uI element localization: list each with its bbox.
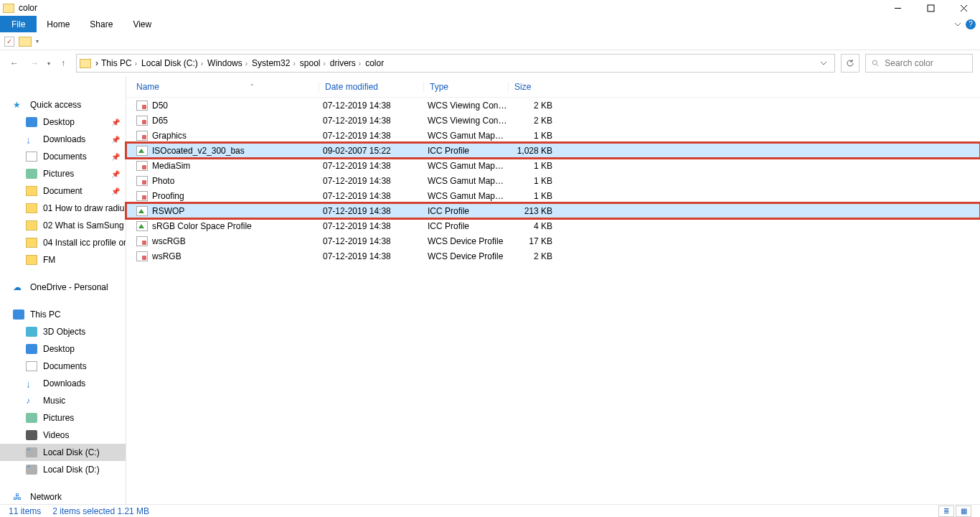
sidebar-item-folder[interactable]: 02 What is SamSung c xyxy=(0,217,126,234)
file-size: 2 KB xyxy=(508,101,555,111)
file-type: WCS Gamut Map… xyxy=(423,176,508,186)
pin-icon: 📌 xyxy=(111,187,120,195)
downloads-icon xyxy=(26,378,37,388)
breadcrumb: This PC› xyxy=(100,58,138,68)
file-size: 2 KB xyxy=(508,116,555,126)
window-title: color xyxy=(19,3,37,13)
file-name: D50 xyxy=(152,101,319,111)
folder-icon xyxy=(26,238,37,248)
file-size: 213 KB xyxy=(508,206,555,216)
sidebar-item-local-disk-c[interactable]: Local Disk (C:) xyxy=(0,444,126,461)
file-size: 1 KB xyxy=(508,176,555,186)
sidebar-item-pictures2[interactable]: Pictures xyxy=(0,409,126,427)
column-name[interactable]: Name˄ xyxy=(136,82,319,92)
file-date: 09-02-2007 15:22 xyxy=(319,146,423,156)
status-bar: 11 items 2 items selected 1.21 MB ≣ ▦ xyxy=(0,504,980,517)
file-row[interactable]: ISOcoated_v2_300_bas09-02-2007 15:22ICC … xyxy=(126,143,980,158)
drive-icon xyxy=(26,465,37,475)
file-date: 07-12-2019 14:38 xyxy=(319,116,423,126)
history-dropdown-icon[interactable]: ▾ xyxy=(47,60,50,67)
minimize-button[interactable] xyxy=(881,0,914,16)
drive-icon xyxy=(26,447,37,457)
file-type: ICC Profile xyxy=(423,206,508,216)
close-button[interactable] xyxy=(947,0,980,16)
search-input[interactable] xyxy=(885,58,966,68)
sidebar-quick-access[interactable]: ★ Quick access xyxy=(0,96,126,113)
file-icon xyxy=(136,191,148,201)
view-large-icons-button[interactable]: ▦ xyxy=(956,506,971,517)
ribbon-file-tab[interactable]: File xyxy=(0,16,37,32)
file-row[interactable]: sRGB Color Space Profile07-12-2019 14:38… xyxy=(126,218,980,233)
sidebar-network[interactable]: 🖧Network xyxy=(0,488,126,504)
sidebar-item-desktop[interactable]: Desktop📌 xyxy=(0,113,126,131)
file-name: Graphics xyxy=(152,131,319,141)
file-row[interactable]: Graphics07-12-2019 14:38WCS Gamut Map…1 … xyxy=(126,128,980,143)
file-icon xyxy=(136,206,148,216)
ribbon-collapse-icon[interactable] xyxy=(954,21,961,28)
svg-point-4 xyxy=(872,60,877,65)
3d-icon xyxy=(26,327,37,337)
ribbon-share-tab[interactable]: Share xyxy=(80,16,123,32)
file-name: ISOcoated_v2_300_bas xyxy=(152,146,319,156)
file-type: ICC Profile xyxy=(423,146,508,156)
back-button[interactable]: ← xyxy=(7,56,22,70)
sidebar-this-pc[interactable]: This PC xyxy=(0,306,126,323)
file-row[interactable]: RSWOP07-12-2019 14:38ICC Profile213 KB xyxy=(126,203,980,218)
address-folder-icon xyxy=(80,59,91,68)
sidebar-item-music[interactable]: Music xyxy=(0,392,126,409)
search-box[interactable] xyxy=(865,54,973,73)
column-date[interactable]: Date modified xyxy=(319,82,423,92)
sidebar-item-folder[interactable]: 04 Install icc profile or xyxy=(0,234,126,251)
view-details-button[interactable]: ≣ xyxy=(938,506,954,517)
pictures-icon xyxy=(26,413,37,423)
sidebar-item-document[interactable]: Document📌 xyxy=(0,182,126,200)
sidebar-item-folder[interactable]: 01 How to draw radius xyxy=(0,200,126,217)
sidebar-item-downloads[interactable]: Downloads📌 xyxy=(0,131,126,148)
file-size: 4 KB xyxy=(508,221,555,231)
breadcrumb: color xyxy=(364,58,385,68)
address-bar[interactable]: › This PC› Local Disk (C:)› Windows› Sys… xyxy=(76,54,835,73)
column-type[interactable]: Type xyxy=(423,82,508,92)
up-button[interactable]: ↑ xyxy=(56,56,70,70)
file-row[interactable]: D5007-12-2019 14:38WCS Viewing Con…2 KB xyxy=(126,98,980,113)
file-row[interactable]: wscRGB07-12-2019 14:38WCS Device Profile… xyxy=(126,233,980,248)
pin-icon: 📌 xyxy=(111,170,120,178)
documents-icon xyxy=(26,361,37,371)
file-row[interactable]: Photo07-12-2019 14:38WCS Gamut Map…1 KB xyxy=(126,173,980,188)
refresh-button[interactable] xyxy=(841,54,859,73)
sidebar-onedrive[interactable]: ☁OneDrive - Personal xyxy=(0,279,126,296)
sidebar-item-local-disk-d[interactable]: Local Disk (D:) xyxy=(0,461,126,478)
documents-icon xyxy=(26,152,37,162)
window-controls xyxy=(881,0,980,16)
file-row[interactable]: D6507-12-2019 14:38WCS Viewing Con…2 KB xyxy=(126,113,980,128)
sidebar-item-3d-objects[interactable]: 3D Objects xyxy=(0,323,126,340)
ribbon-view-tab[interactable]: View xyxy=(123,16,161,32)
address-dropdown-icon[interactable] xyxy=(820,60,827,67)
file-size: 1 KB xyxy=(508,161,555,171)
cloud-icon: ☁ xyxy=(13,282,24,292)
qat-properties-icon[interactable]: ✓ xyxy=(4,37,14,47)
sidebar-item-folder[interactable]: FM xyxy=(0,251,126,269)
folder-icon xyxy=(3,4,14,13)
column-size[interactable]: Size xyxy=(508,82,560,92)
sidebar-item-videos[interactable]: Videos xyxy=(0,427,126,444)
qat-dropdown-icon[interactable]: ▾ xyxy=(36,38,39,45)
forward-button[interactable]: → xyxy=(27,56,42,70)
help-icon[interactable]: ? xyxy=(966,19,976,29)
sidebar-item-downloads2[interactable]: Downloads xyxy=(0,375,126,392)
maximize-button[interactable] xyxy=(914,0,947,16)
sidebar-item-documents2[interactable]: Documents xyxy=(0,358,126,375)
file-name: sRGB Color Space Profile xyxy=(152,221,319,231)
sidebar-item-pictures[interactable]: Pictures📌 xyxy=(0,165,126,182)
file-type: WCS Gamut Map… xyxy=(423,191,508,201)
ribbon-home-tab[interactable]: Home xyxy=(37,16,80,32)
sidebar-item-desktop2[interactable]: Desktop xyxy=(0,340,126,358)
file-type: WCS Device Profile xyxy=(423,236,508,246)
sidebar-item-documents[interactable]: Documents📌 xyxy=(0,148,126,165)
file-row[interactable]: wsRGB07-12-2019 14:38WCS Device Profile2… xyxy=(126,248,980,264)
file-row[interactable]: MediaSim07-12-2019 14:38WCS Gamut Map…1 … xyxy=(126,158,980,173)
main-split: ★ Quick access Desktop📌 Downloads📌 Docum… xyxy=(0,76,980,504)
file-row[interactable]: Proofing07-12-2019 14:38WCS Gamut Map…1 … xyxy=(126,188,980,203)
status-item-count: 11 items xyxy=(9,506,41,516)
qat-newfolder-icon[interactable] xyxy=(19,37,32,47)
